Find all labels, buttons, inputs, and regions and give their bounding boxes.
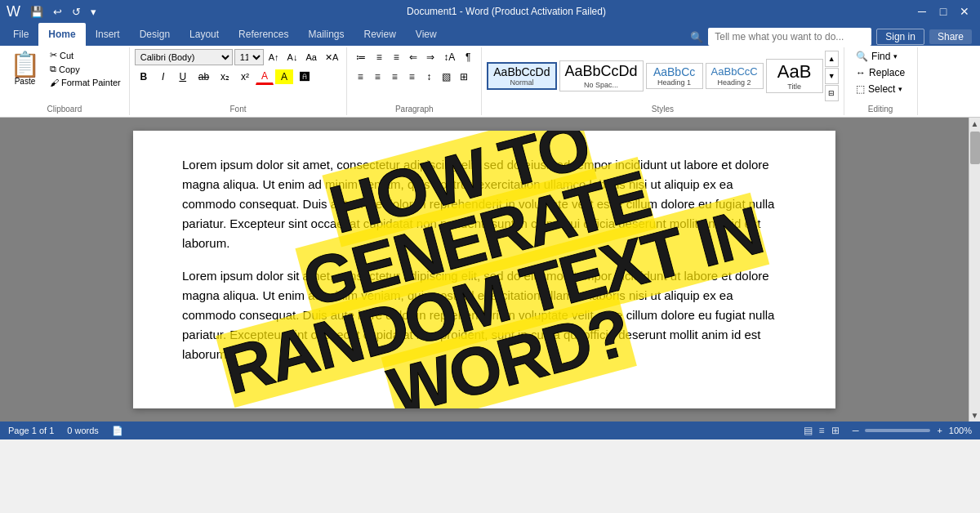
clear-format-button[interactable]: ✕A bbox=[322, 51, 341, 65]
cut-button[interactable]: ✂ Cut bbox=[47, 49, 124, 61]
align-left-button[interactable]: ≡ bbox=[352, 69, 368, 85]
style-heading2[interactable]: AaBbCcC Heading 2 bbox=[706, 63, 764, 89]
status-bar: Page 1 of 1 0 words 📄 ▤ ≡ ⊞ ─ + 100% bbox=[0, 422, 980, 439]
style-heading1[interactable]: AaBbCc Heading 1 bbox=[646, 63, 703, 90]
clipboard-small-buttons: ✂ Cut ⧉ Copy 🖌 Format Painter bbox=[47, 49, 124, 88]
style-no-spacing[interactable]: AaBbCcDd No Spac... bbox=[559, 60, 644, 91]
tab-design[interactable]: Design bbox=[130, 23, 180, 46]
read-view-button[interactable]: ⊞ bbox=[831, 425, 840, 436]
style-more-button[interactable]: ⊟ bbox=[825, 85, 839, 101]
sign-in-button[interactable]: Sign in bbox=[876, 29, 924, 45]
decrease-font-size-button[interactable]: A↓ bbox=[284, 51, 301, 64]
tab-file[interactable]: File bbox=[3, 23, 38, 46]
sort-button[interactable]: ↕A bbox=[439, 49, 459, 65]
shading-para-button[interactable]: ▧ bbox=[438, 69, 455, 85]
replace-icon: ↔ bbox=[856, 67, 866, 78]
style-scroll-down-button[interactable]: ▼ bbox=[825, 68, 839, 84]
scroll-up-arrow[interactable]: ▲ bbox=[971, 118, 979, 130]
paste-label: Paste bbox=[15, 77, 36, 86]
increase-font-size-button[interactable]: A↑ bbox=[265, 51, 283, 64]
ribbon-body: 📋 Paste ✂ Cut ⧉ Copy 🖌 Format Painter Cl… bbox=[0, 46, 980, 118]
document-area: Lorem ipsum dolor sit amet, consectetur … bbox=[0, 118, 980, 422]
minimize-button[interactable]: ─ bbox=[913, 2, 931, 20]
title-bar: W 💾 ↩ ↺ ▾ Document1 - Word (Product Acti… bbox=[0, 0, 980, 23]
cut-label: Cut bbox=[60, 51, 74, 60]
zoom-in-button[interactable]: + bbox=[937, 426, 942, 435]
bullets-button[interactable]: ≔ bbox=[352, 49, 370, 65]
zoom-out-button[interactable]: ─ bbox=[853, 426, 859, 435]
decrease-indent-button[interactable]: ⇐ bbox=[405, 49, 421, 65]
maximize-button[interactable]: □ bbox=[934, 2, 952, 20]
format-painter-button[interactable]: 🖌 Format Painter bbox=[47, 77, 124, 88]
close-button[interactable]: ✕ bbox=[956, 2, 973, 20]
justify-button[interactable]: ≡ bbox=[403, 69, 420, 85]
change-case-button[interactable]: Aa bbox=[302, 51, 319, 64]
scroll-down-arrow[interactable]: ▼ bbox=[971, 409, 979, 422]
status-right: ▤ ≡ ⊞ ─ + 100% bbox=[804, 425, 972, 436]
styles-group: AaBbCcDd Normal AaBbCcDd No Spac... AaBb… bbox=[482, 47, 844, 115]
tab-mailings[interactable]: Mailings bbox=[298, 23, 354, 46]
paragraph-2: Lorem ipsum dolor sit amet, consectetur … bbox=[182, 266, 786, 364]
zoom-slider[interactable] bbox=[865, 429, 930, 432]
tab-review[interactable]: Review bbox=[354, 23, 405, 46]
select-button[interactable]: ⬚ Select ▾ bbox=[851, 82, 907, 96]
format-painter-icon: 🖌 bbox=[50, 78, 59, 87]
increase-indent-button[interactable]: ⇒ bbox=[422, 49, 439, 65]
zoom-level: 100% bbox=[949, 426, 972, 435]
bold-button[interactable]: B bbox=[135, 69, 153, 84]
font-color-button[interactable]: A bbox=[256, 69, 274, 85]
tab-view[interactable]: View bbox=[406, 23, 447, 46]
italic-button[interactable]: I bbox=[154, 69, 172, 84]
align-right-button[interactable]: ≡ bbox=[386, 69, 403, 85]
paste-button[interactable]: 📋 Paste bbox=[5, 49, 45, 89]
copy-button[interactable]: ⧉ Copy bbox=[47, 63, 124, 75]
word-logo-icon: W bbox=[7, 3, 20, 20]
tab-home[interactable]: Home bbox=[38, 23, 85, 46]
undo-quick-btn[interactable]: ↩ bbox=[50, 4, 65, 20]
search-input[interactable] bbox=[708, 28, 871, 46]
style-scroll-up-button[interactable]: ▲ bbox=[825, 51, 839, 67]
print-layout-view-button[interactable]: ▤ bbox=[804, 425, 813, 436]
subscript-button[interactable]: x₂ bbox=[216, 69, 234, 84]
tab-references[interactable]: References bbox=[229, 23, 298, 46]
redo-quick-btn[interactable]: ↺ bbox=[69, 4, 84, 20]
styles-group-label: Styles bbox=[652, 105, 674, 114]
select-dropdown-icon: ▾ bbox=[898, 85, 902, 93]
save-quick-btn[interactable]: 💾 bbox=[27, 4, 47, 20]
styles-content: AaBbCcDd Normal AaBbCcDd No Spac... AaBb… bbox=[487, 49, 838, 103]
font-family-select[interactable]: Calibri (Body) bbox=[135, 49, 233, 65]
tab-insert[interactable]: Insert bbox=[86, 23, 130, 46]
vertical-scrollbar[interactable]: ▲ ▼ bbox=[969, 118, 980, 422]
clipboard-group-label: Clipboard bbox=[47, 105, 82, 114]
document-page[interactable]: Lorem ipsum dolor sit amet, consectetur … bbox=[133, 131, 835, 408]
paste-icon: 📋 bbox=[10, 52, 40, 77]
share-button[interactable]: Share bbox=[929, 29, 972, 44]
style-no-spacing-preview: AaBbCcDd bbox=[565, 63, 638, 81]
multilevel-button[interactable]: ≡ bbox=[388, 49, 404, 65]
superscript-button[interactable]: x² bbox=[236, 69, 254, 84]
editing-content: 🔍 Find ▾ ↔ Replace ⬚ Select ▾ bbox=[851, 49, 910, 103]
strikethrough-button[interactable]: ab bbox=[194, 69, 214, 84]
numbering-button[interactable]: ≡ bbox=[371, 49, 387, 65]
replace-button[interactable]: ↔ Replace bbox=[851, 65, 910, 80]
find-button[interactable]: 🔍 Find ▾ bbox=[851, 49, 902, 64]
web-view-button[interactable]: ≡ bbox=[819, 425, 825, 436]
underline-button[interactable]: U bbox=[174, 69, 192, 84]
borders-button[interactable]: ⊞ bbox=[456, 69, 472, 85]
customize-quick-btn[interactable]: ▾ bbox=[87, 4, 100, 20]
style-normal[interactable]: AaBbCcDd Normal bbox=[487, 62, 556, 91]
tab-layout[interactable]: Layout bbox=[180, 23, 229, 46]
shading-button[interactable]: 🅰 bbox=[295, 69, 314, 84]
line-spacing-button[interactable]: ↕ bbox=[421, 69, 437, 85]
copy-label: Copy bbox=[59, 65, 80, 74]
show-paragraph-button[interactable]: ¶ bbox=[460, 49, 476, 65]
align-center-button[interactable]: ≡ bbox=[369, 69, 385, 85]
font-row-1: Calibri (Body) 11 A↑ A↓ Aa ✕A bbox=[135, 49, 342, 65]
font-size-select[interactable]: 11 bbox=[234, 49, 264, 65]
paragraph-row-2: ≡ ≡ ≡ ≡ ↕ ▧ ⊞ bbox=[352, 69, 472, 85]
window-title: Document1 - Word (Product Activation Fai… bbox=[100, 6, 913, 17]
scroll-thumb[interactable] bbox=[970, 132, 980, 164]
copy-icon: ⧉ bbox=[50, 64, 56, 74]
text-highlight-button[interactable]: A bbox=[275, 69, 293, 84]
style-title[interactable]: AaB Title bbox=[766, 59, 823, 93]
